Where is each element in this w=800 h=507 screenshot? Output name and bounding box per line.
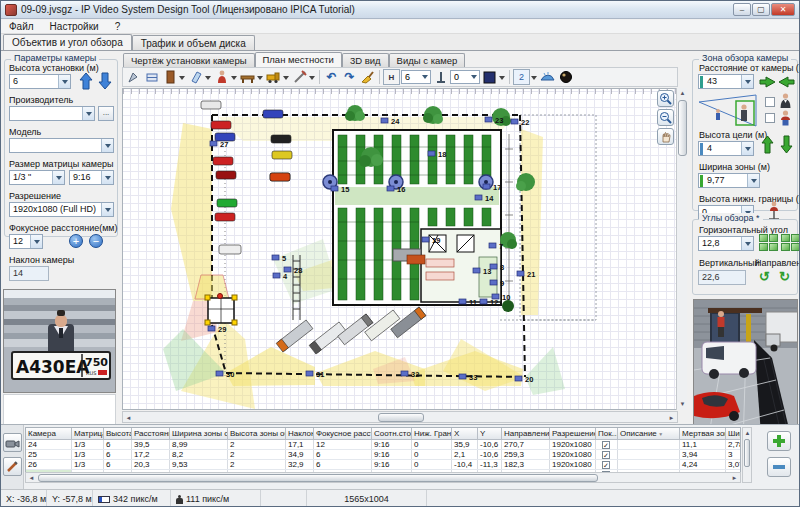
camera-marker-22[interactable] [511,119,518,124]
table-header-cell[interactable]: Высота ... [104,428,132,439]
camera-marker-27[interactable] [210,141,217,146]
show-person1-checkbox[interactable] [765,97,775,107]
layer-dropdown[interactable] [531,69,538,85]
level-mode-icon[interactable] [432,69,449,85]
table-row[interactable]: 241/3639,58,99217,1129:16035,9-10,6270,7… [26,440,740,450]
camera-marker-14[interactable] [475,195,482,200]
camera-view-button[interactable] [3,433,22,452]
car-wash-icon[interactable] [539,69,556,85]
camera-marker-32[interactable] [401,371,408,376]
tab-traffic-disk[interactable]: Трафик и объем диска [132,35,255,50]
camera-marker-9[interactable] [490,280,497,285]
table-row[interactable]: 251/3617,28,2234,969:1602,1-10,6259,3192… [26,450,740,460]
camera-marker-29[interactable] [208,326,215,331]
target-up-arrow-icon[interactable] [761,135,774,154]
color-swatch-icon[interactable] [481,69,498,85]
tab-camera-views[interactable]: Виды с камер [389,53,466,67]
door-dropdown[interactable] [179,69,186,85]
layer-icon[interactable]: 2 [513,69,530,85]
camera-marker-31[interactable] [306,371,313,376]
table-header-cell[interactable]: Наклон [286,428,314,439]
tab-lens-angle[interactable]: Объектив и угол обзора [3,34,132,50]
window-tool-icon[interactable] [187,69,204,85]
camera-marker-23[interactable] [485,117,492,122]
minimize-button[interactable]: – [733,3,751,16]
zone-farther-arrow-icon[interactable] [778,76,795,88]
focal-plus-button[interactable]: + [69,234,83,248]
manufacturer-more-button[interactable]: ... [98,106,114,121]
rotate-cw-icon[interactable]: ↻ [779,270,790,283]
camera-marker-4[interactable] [273,273,280,278]
measure-dropdown[interactable] [309,69,316,85]
edit-button[interactable] [3,457,22,476]
table-header-cell[interactable]: Направление [502,428,550,439]
raise-camera-arrow-icon[interactable] [79,72,93,90]
person-dropdown[interactable] [231,69,238,85]
zone-width-combo[interactable]: 9,77 [698,173,760,188]
table-header-cell[interactable]: Ниж. Граница [412,428,452,439]
model-combo[interactable] [9,138,114,153]
camera-marker-18[interactable] [428,151,435,156]
table-header-cell[interactable]: Высота зоны обзора [228,428,286,439]
camera-marker-19[interactable] [422,237,429,242]
table-header-cell[interactable]: Матрица [72,428,104,439]
table-horizontal-scrollbar[interactable]: ◄ ► [25,472,741,483]
camera-marker-17[interactable] [483,184,490,189]
distance-combo[interactable]: 43 [698,74,754,89]
door-tool-icon[interactable] [161,69,178,85]
tab-site-plan[interactable]: План местности [255,52,342,67]
show-person2-checkbox[interactable] [765,113,775,123]
redo-icon[interactable]: ↷ [341,69,358,85]
add-camera-button[interactable] [767,431,791,451]
table-header-cell[interactable]: Ширина зоны обзора [170,428,228,439]
undo-icon[interactable]: ↶ [323,69,340,85]
measure-tool-icon[interactable] [291,69,308,85]
table-header-cell[interactable]: Фокусное расстояние [314,428,372,439]
wall-tool-icon[interactable] [143,69,160,85]
table-header-cell[interactable]: Мертвая зона [680,428,726,439]
camera-marker-12[interactable] [480,299,487,304]
vehicle-tool-icon[interactable] [265,69,282,85]
install-height-combo[interactable]: 6 [9,74,71,89]
camera-marker-7[interactable] [489,243,496,248]
sensor-size-combo[interactable]: 1/3 " [9,170,65,185]
object-level-combo[interactable]: 0 [450,70,480,84]
target-height-combo[interactable]: 4 [698,141,754,156]
table-header-cell[interactable]: X [452,428,478,439]
zone-closer-arrow-icon[interactable] [759,76,776,88]
clear-tool-icon[interactable] [359,69,376,85]
resolution-combo[interactable]: 1920x1080 (Full HD) [9,202,114,217]
focal-minus-button[interactable]: − [89,234,103,248]
focal-length-combo[interactable]: 12 [9,234,43,249]
camera-marker-11[interactable] [459,299,466,304]
zoom-out-button[interactable] [657,109,674,126]
table-header-cell[interactable]: Пок... [596,428,618,439]
tab-3d-view[interactable]: 3D вид [342,53,389,67]
map-vertical-scrollbar[interactable]: ▲ ▼ [676,88,687,410]
angle-presets-grid[interactable] [759,234,778,251]
camera-marker-13[interactable] [473,268,480,273]
vehicle-dropdown[interactable] [283,69,290,85]
show-camera-checkbox[interactable]: ✓ [602,451,610,459]
angle-presets-grid2[interactable] [781,234,800,251]
furniture-tool-icon[interactable] [239,69,256,85]
close-button[interactable]: ✕ [771,3,795,16]
manufacturer-combo[interactable] [9,106,95,121]
camera-marker-33[interactable] [459,374,466,379]
horizontal-angle-combo[interactable]: 12,8 [698,236,754,251]
furniture-dropdown[interactable] [257,69,264,85]
map-hscroll-thumb[interactable] [378,413,424,422]
table-hscroll-thumb[interactable] [38,474,598,482]
camera-marker-15[interactable] [331,186,338,191]
menu-settings[interactable]: Настройки [42,20,107,33]
map-horizontal-scrollbar[interactable]: ◄ ► [122,411,678,423]
camera-marker-20[interactable] [515,376,522,381]
filter-icon[interactable]: ▼ [657,431,663,437]
remove-camera-button[interactable] [767,457,791,477]
aspect-ratio-combo[interactable]: 9:16 [69,170,114,185]
site-plan-canvas[interactable]: 2724232221203332313029285415161714181319… [122,88,678,410]
camera-marker-21[interactable] [517,271,524,276]
zoom-in-button[interactable] [657,90,674,107]
table-header-cell[interactable]: Y [478,428,502,439]
color-dropdown[interactable] [499,69,506,85]
